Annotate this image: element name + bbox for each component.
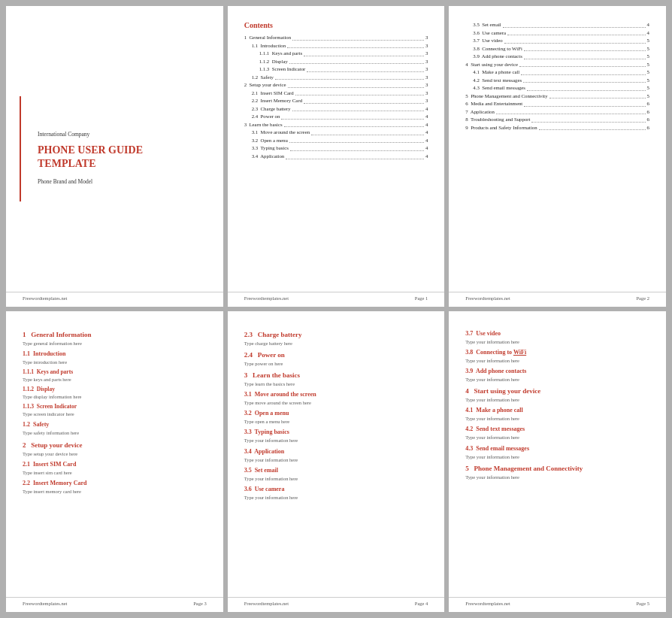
toc-item: 4 Start using your device5	[465, 61, 649, 69]
section-heading-3-7: 3.7 Use video	[465, 330, 649, 337]
section-3-4: 3.4 Application Type your information he…	[244, 448, 428, 463]
toc-item: 3.3 Typing basics4	[244, 144, 428, 153]
section-3-7: 3.7 Use video Type your information here	[465, 330, 649, 345]
section-4: 4 Start using your device Type your info…	[465, 387, 649, 403]
section-2: 2 Setup your device Type setup your devi…	[23, 441, 207, 457]
section-heading-3-9: 3.9 Add phone contacts	[465, 368, 649, 374]
toc-item: 3.8 Connecting to WiFi5	[465, 45, 649, 53]
page-toc2: 3.5 Set email4 3.6 Use camera4 3.7 Use v…	[449, 6, 666, 307]
section-body: Type your information here	[244, 456, 428, 463]
toc-item: 8 Troubleshooting and Support6	[465, 116, 649, 124]
section-body: Type your information here	[465, 396, 649, 403]
section-heading-2: 2 Setup your device	[23, 441, 207, 449]
section-heading-1-1-2: 1.1.2 Display	[23, 386, 207, 392]
toc-item: 5 Phone Management and Connectivity5	[465, 92, 649, 101]
footer-site-2: Freewordtemplates.net	[244, 295, 289, 301]
toc-item: 3.7 Use video5	[465, 37, 649, 45]
toc-item: 3.2 Open a menu4	[244, 137, 428, 145]
section-body: Type general information here	[23, 340, 207, 347]
footer-site-6: Freewordtemplates.net	[465, 601, 510, 606]
section-body: Type your information here	[244, 437, 428, 444]
section-1-2: 1.2 Safety Type safety information here	[23, 421, 207, 436]
section-heading-3: 3 Learn the basics	[244, 371, 428, 379]
section-body: Type charge battery here	[244, 340, 428, 347]
toc-item: 2.3 Charge battery4	[244, 105, 428, 114]
footer-site-5: Freewordtemplates.net	[244, 601, 289, 606]
page-content-3: 1 General Information Type general infor…	[6, 311, 223, 612]
section-body: Type open a menu here	[244, 418, 428, 425]
section-3-6: 3.6 Use camera Type your information her…	[244, 486, 428, 501]
cover-border-left	[20, 96, 21, 201]
section-body: Type your information here	[244, 494, 428, 501]
toc-item: 7 Application6	[465, 108, 649, 117]
footer-page-3: Page 2	[636, 295, 649, 301]
toc-item: 4.2 Send text messages5	[465, 77, 649, 85]
section-heading-2-2: 2.2 Insert Memory Card	[23, 480, 207, 486]
section-5: 5 Phone Management and Connectivity Type…	[465, 465, 649, 480]
section-heading-1: 1 General Information	[23, 331, 207, 338]
section-body: Type your information here	[465, 415, 649, 422]
section-heading-5: 5 Phone Management and Connectivity	[465, 465, 649, 472]
footer-page-5: Page 4	[415, 601, 428, 606]
footer-page-4: Page 3	[193, 601, 207, 606]
section-3-5: 3.5 Set email Type your information here	[244, 467, 428, 482]
section-3-8: 3.8 Connecting to WiFi Type your informa…	[465, 349, 649, 364]
section-body: Type display information here	[23, 393, 207, 400]
toc-item: 2.2 Insert Memory Card3	[244, 97, 428, 105]
section-body: Type screen indicator here	[23, 410, 207, 417]
toc-item: 2.1 Insert SIM Card3	[244, 89, 428, 98]
toc-item: 1.1 Introduction3	[244, 42, 428, 50]
toc-item: 1.1.1 Keys and parts3	[244, 50, 428, 58]
cover-company: International Company	[38, 131, 207, 138]
section-body: Type your information here	[465, 453, 649, 460]
toc-item: 2 Setup your device3	[244, 81, 428, 89]
section-body: Type your information here	[244, 475, 428, 482]
toc-item: 9 Products and Safety Information6	[465, 124, 649, 132]
footer-site-4: Freewordtemplates.net	[23, 601, 67, 606]
section-2-2: 2.2 Insert Memory Card Type insert memor…	[23, 480, 207, 495]
section-3-2: 3.2 Open a menu Type open a menu here	[244, 410, 428, 425]
section-body: Type your information here	[465, 357, 649, 364]
toc-item: 3.6 Use camera4	[465, 29, 649, 38]
footer-page-2: Page 1	[415, 295, 428, 301]
section-body: Type safety information here	[23, 429, 207, 436]
section-heading-3-1: 3.1 Move around the screen	[244, 391, 428, 398]
page5-footer: Freewordtemplates.net Page 4	[228, 597, 445, 606]
footer-site-1: Freewordtemplates.net	[23, 295, 67, 301]
toc-item: 3.9 Add phone contacts5	[465, 53, 649, 61]
section-heading-3-4: 3.4 Application	[244, 448, 428, 455]
section-heading-3-5: 3.5 Set email	[244, 467, 428, 474]
page6-footer: Freewordtemplates.net Page 5	[449, 597, 666, 606]
section-4-2: 4.2 Send text messages Type your informa…	[465, 426, 649, 441]
section-heading-1-1-3: 1.1.3 Screen Indicator	[23, 403, 207, 410]
page-content-5: 3.7 Use video Type your information here…	[449, 311, 666, 612]
section-heading-4-2: 4.2 Send text messages	[465, 426, 649, 432]
toc-item: 1.1.3 Screen Indicator3	[244, 65, 428, 74]
page2-footer: Freewordtemplates.net Page 1	[228, 292, 445, 301]
section-body: Type learn the basics here	[244, 380, 428, 387]
section-heading-3-2: 3.2 Open a menu	[244, 410, 428, 417]
section-1-1-2: 1.1.2 Display Type display information h…	[23, 386, 207, 400]
cover-title: PHONE USER GUIDETEMPLATE	[38, 144, 207, 171]
toc-item: 4.1 Make a phone call5	[465, 68, 649, 77]
cover-subtitle: Phone Brand and Model	[38, 178, 207, 185]
section-body: Type introduction here	[23, 359, 207, 365]
section-1: 1 General Information Type general infor…	[23, 331, 207, 347]
section-2-4: 2.4 Power on Type power on here	[244, 351, 428, 367]
section-4-1: 4.1 Make a phone call Type your informat…	[465, 407, 649, 422]
section-body: Type your information here	[465, 434, 649, 441]
section-body: Type insert sim card here	[23, 469, 207, 476]
section-heading-2-3: 2.3 Charge battery	[244, 331, 428, 338]
section-heading-4: 4 Start using your device	[465, 387, 649, 395]
section-1-1: 1.1 Introduction Type introduction here	[23, 350, 207, 365]
section-heading-1-1: 1.1 Introduction	[23, 350, 207, 357]
section-3-3: 3.3 Typing basics Type your information …	[244, 429, 428, 444]
section-heading-2-1: 2.1 Insert SIM Card	[23, 461, 207, 468]
toc-item: 3.1 Move around the screen4	[244, 129, 428, 137]
toc-item: 4.3 Send email messages5	[465, 84, 649, 92]
section-body: Type your information here	[465, 376, 649, 383]
toc-list-2: 3.5 Set email4 3.6 Use camera4 3.7 Use v…	[465, 21, 649, 132]
section-heading-2-4: 2.4 Power on	[244, 351, 428, 359]
section-body: Type power on here	[244, 360, 428, 367]
section-heading-1-1-1: 1.1.1 Keys and parts	[23, 368, 207, 375]
